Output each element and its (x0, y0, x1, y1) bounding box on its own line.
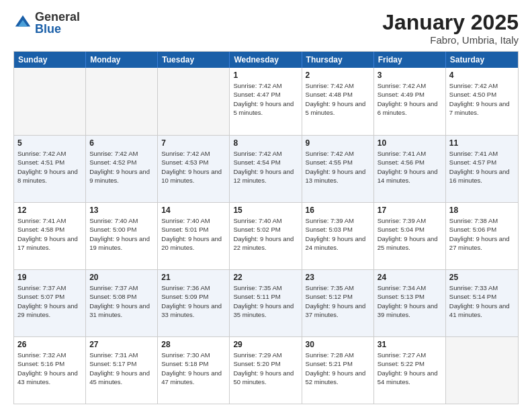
cell-info: Sunrise: 7:41 AM Sunset: 4:58 PM Dayligh… (17, 216, 82, 252)
day-number: 17 (378, 205, 442, 215)
day-number: 27 (89, 340, 154, 349)
cell-info: Sunrise: 7:42 AM Sunset: 4:48 PM Dayligh… (306, 81, 370, 117)
day-number: 5 (17, 138, 82, 148)
weekday-header: Wednesday (230, 52, 302, 68)
cell-info: Sunrise: 7:37 AM Sunset: 5:08 PM Dayligh… (89, 283, 154, 319)
calendar: SundayMondayTuesdayWednesdayThursdayFrid… (13, 51, 519, 404)
calendar-cell: 3Sunrise: 7:42 AM Sunset: 4:49 PM Daylig… (374, 68, 446, 135)
calendar-cell: 18Sunrise: 7:38 AM Sunset: 5:06 PM Dayli… (446, 203, 518, 269)
title-section: January 2025 Fabro, Umbria, Italy (382, 11, 519, 46)
day-number: 3 (378, 71, 442, 80)
cell-info: Sunrise: 7:31 AM Sunset: 5:17 PM Dayligh… (89, 351, 154, 386)
day-number: 21 (161, 273, 226, 282)
day-number: 6 (89, 138, 154, 148)
weekday-header: Tuesday (158, 52, 230, 68)
calendar-cell: 20Sunrise: 7:37 AM Sunset: 5:08 PM Dayli… (86, 270, 158, 336)
calendar-cell: 24Sunrise: 7:34 AM Sunset: 5:13 PM Dayli… (374, 270, 446, 336)
calendar-cell: 22Sunrise: 7:35 AM Sunset: 5:11 PM Dayli… (230, 270, 302, 336)
cell-info: Sunrise: 7:29 AM Sunset: 5:20 PM Dayligh… (233, 351, 298, 386)
day-number: 13 (89, 205, 154, 215)
logo: General Blue (13, 11, 80, 35)
cell-info: Sunrise: 7:28 AM Sunset: 5:21 PM Dayligh… (306, 351, 370, 386)
calendar-cell: 12Sunrise: 7:41 AM Sunset: 4:58 PM Dayli… (14, 203, 86, 269)
day-number: 30 (306, 340, 370, 349)
cell-info: Sunrise: 7:42 AM Sunset: 4:53 PM Dayligh… (161, 149, 226, 185)
day-number: 31 (378, 340, 442, 349)
calendar-cell: 2Sunrise: 7:42 AM Sunset: 4:48 PM Daylig… (302, 68, 374, 135)
calendar-cell: 19Sunrise: 7:37 AM Sunset: 5:07 PM Dayli… (14, 270, 86, 336)
day-number: 28 (161, 340, 226, 349)
calendar-cell: 30Sunrise: 7:28 AM Sunset: 5:21 PM Dayli… (302, 337, 374, 404)
day-number: 11 (449, 138, 515, 148)
day-number: 24 (378, 273, 442, 282)
cell-info: Sunrise: 7:38 AM Sunset: 5:06 PM Dayligh… (449, 216, 515, 252)
header: General Blue January 2025 Fabro, Umbria,… (13, 11, 519, 46)
day-number: 25 (449, 273, 515, 282)
cell-info: Sunrise: 7:27 AM Sunset: 5:22 PM Dayligh… (378, 351, 442, 386)
logo-general: General (35, 11, 80, 23)
calendar-cell: 1Sunrise: 7:42 AM Sunset: 4:47 PM Daylig… (230, 68, 302, 135)
cell-info: Sunrise: 7:32 AM Sunset: 5:16 PM Dayligh… (17, 351, 82, 386)
calendar-cell: 27Sunrise: 7:31 AM Sunset: 5:17 PM Dayli… (86, 337, 158, 404)
cell-info: Sunrise: 7:42 AM Sunset: 4:52 PM Dayligh… (89, 149, 154, 185)
weekday-header: Sunday (14, 52, 86, 68)
cell-info: Sunrise: 7:42 AM Sunset: 4:49 PM Dayligh… (378, 81, 442, 117)
location: Fabro, Umbria, Italy (382, 34, 519, 46)
calendar-cell: 21Sunrise: 7:36 AM Sunset: 5:09 PM Dayli… (158, 270, 230, 336)
day-number: 9 (306, 138, 370, 148)
cell-info: Sunrise: 7:40 AM Sunset: 5:02 PM Dayligh… (233, 216, 298, 252)
day-number: 29 (233, 340, 298, 349)
calendar-cell: 4Sunrise: 7:42 AM Sunset: 4:50 PM Daylig… (446, 68, 518, 135)
day-number: 20 (89, 273, 154, 282)
calendar-cell (86, 68, 158, 135)
calendar-cell: 14Sunrise: 7:40 AM Sunset: 5:01 PM Dayli… (158, 203, 230, 269)
day-number: 18 (449, 205, 515, 215)
cell-info: Sunrise: 7:39 AM Sunset: 5:04 PM Dayligh… (378, 216, 442, 252)
calendar-cell: 16Sunrise: 7:39 AM Sunset: 5:03 PM Dayli… (302, 203, 374, 269)
cell-info: Sunrise: 7:42 AM Sunset: 4:47 PM Dayligh… (233, 81, 298, 117)
day-number: 8 (233, 138, 298, 148)
cell-info: Sunrise: 7:36 AM Sunset: 5:09 PM Dayligh… (161, 283, 226, 319)
calendar-cell: 29Sunrise: 7:29 AM Sunset: 5:20 PM Dayli… (230, 337, 302, 404)
calendar-cell (14, 68, 86, 135)
month-title: January 2025 (382, 11, 519, 34)
calendar-cell: 25Sunrise: 7:33 AM Sunset: 5:14 PM Dayli… (446, 270, 518, 336)
day-number: 15 (233, 205, 298, 215)
calendar-cell: 23Sunrise: 7:35 AM Sunset: 5:12 PM Dayli… (302, 270, 374, 336)
cell-info: Sunrise: 7:40 AM Sunset: 5:01 PM Dayligh… (161, 216, 226, 252)
calendar-row: 26Sunrise: 7:32 AM Sunset: 5:16 PM Dayli… (14, 336, 518, 404)
cell-info: Sunrise: 7:40 AM Sunset: 5:00 PM Dayligh… (89, 216, 154, 252)
cell-info: Sunrise: 7:34 AM Sunset: 5:13 PM Dayligh… (378, 283, 442, 319)
calendar-cell: 17Sunrise: 7:39 AM Sunset: 5:04 PM Dayli… (374, 203, 446, 269)
day-number: 4 (449, 71, 515, 80)
calendar-cell (446, 337, 518, 404)
page: General Blue January 2025 Fabro, Umbria,… (0, 0, 532, 411)
weekday-header: Friday (374, 52, 446, 68)
day-number: 14 (161, 205, 226, 215)
day-number: 26 (17, 340, 82, 349)
logo-icon (13, 13, 32, 32)
day-number: 1 (233, 71, 298, 80)
weekday-header: Monday (86, 52, 158, 68)
calendar-row: 5Sunrise: 7:42 AM Sunset: 4:51 PM Daylig… (14, 135, 518, 202)
day-number: 16 (306, 205, 370, 215)
calendar-cell: 7Sunrise: 7:42 AM Sunset: 4:53 PM Daylig… (158, 136, 230, 202)
cell-info: Sunrise: 7:42 AM Sunset: 4:50 PM Dayligh… (449, 81, 515, 117)
weekday-header: Thursday (302, 52, 374, 68)
cell-info: Sunrise: 7:37 AM Sunset: 5:07 PM Dayligh… (17, 283, 82, 319)
cell-info: Sunrise: 7:41 AM Sunset: 4:57 PM Dayligh… (449, 149, 515, 185)
calendar-header: SundayMondayTuesdayWednesdayThursdayFrid… (14, 52, 518, 68)
cell-info: Sunrise: 7:35 AM Sunset: 5:11 PM Dayligh… (233, 283, 298, 319)
calendar-cell: 26Sunrise: 7:32 AM Sunset: 5:16 PM Dayli… (14, 337, 86, 404)
cell-info: Sunrise: 7:41 AM Sunset: 4:56 PM Dayligh… (378, 149, 442, 185)
cell-info: Sunrise: 7:42 AM Sunset: 4:54 PM Dayligh… (233, 149, 298, 185)
calendar-row: 12Sunrise: 7:41 AM Sunset: 4:58 PM Dayli… (14, 202, 518, 269)
calendar-cell: 15Sunrise: 7:40 AM Sunset: 5:02 PM Dayli… (230, 203, 302, 269)
calendar-cell: 13Sunrise: 7:40 AM Sunset: 5:00 PM Dayli… (86, 203, 158, 269)
cell-info: Sunrise: 7:35 AM Sunset: 5:12 PM Dayligh… (306, 283, 370, 319)
calendar-cell: 28Sunrise: 7:30 AM Sunset: 5:18 PM Dayli… (158, 337, 230, 404)
weekday-header: Saturday (446, 52, 518, 68)
calendar-cell: 8Sunrise: 7:42 AM Sunset: 4:54 PM Daylig… (230, 136, 302, 202)
cell-info: Sunrise: 7:42 AM Sunset: 4:51 PM Dayligh… (17, 149, 82, 185)
cell-info: Sunrise: 7:39 AM Sunset: 5:03 PM Dayligh… (306, 216, 370, 252)
